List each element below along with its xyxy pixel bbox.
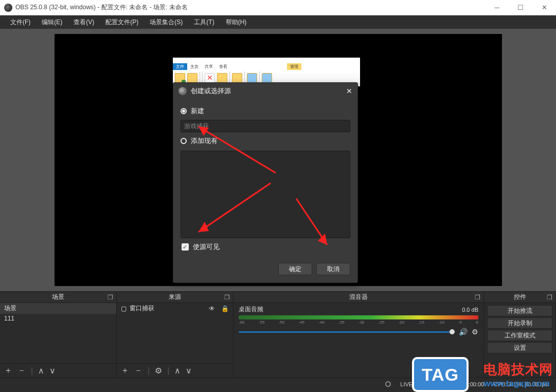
menu-view[interactable]: 查看(V) bbox=[68, 16, 99, 28]
ribbon-tab-file: 文件 bbox=[173, 63, 187, 70]
scenes-panel-title: 场景 bbox=[52, 293, 64, 301]
rename-icon bbox=[217, 73, 227, 83]
stream-status-icon bbox=[385, 381, 391, 387]
titlebar: OBS 25.0.8 (32-bit, windows) - 配置文件: 未命名… bbox=[0, 0, 556, 15]
cancel-button[interactable]: 取消 bbox=[316, 263, 350, 275]
lock-icon[interactable]: 🔒 bbox=[221, 305, 229, 312]
folder-icon bbox=[175, 73, 185, 83]
properties-icon bbox=[247, 73, 257, 83]
dialog-titlebar: 创建或选择源 ✕ bbox=[173, 83, 357, 99]
source-name-input[interactable] bbox=[181, 120, 350, 132]
menubar: 文件(F) 编辑(E) 查看(V) 配置文件(P) 场景集合(S) 工具(T) … bbox=[0, 15, 556, 29]
folder-icon bbox=[187, 73, 198, 83]
move-up-button[interactable]: ∧ bbox=[174, 366, 181, 376]
dialog-title-text: 创建或选择源 bbox=[191, 86, 231, 96]
bottom-panels: 场景 ❐ 场景 111 ＋ － | ∧ ∨ 来源 ❐ ▢ 窗口捕获 👁 🔒 bbox=[0, 291, 556, 378]
controls-panel-title: 控件 bbox=[514, 293, 526, 301]
scene-item[interactable]: 场景 bbox=[0, 303, 116, 314]
ribbon-tab-share: 共享 bbox=[202, 63, 216, 70]
obs-logo-icon bbox=[178, 87, 187, 95]
scenes-panel: 场景 ❐ 场景 111 ＋ － | ∧ ∨ bbox=[0, 292, 117, 378]
remove-scene-button[interactable]: － bbox=[17, 365, 26, 376]
gear-icon[interactable]: ⚙ bbox=[472, 328, 478, 336]
ribbon-tab-view: 查看 bbox=[216, 63, 230, 70]
dock-icon[interactable]: ❐ bbox=[224, 294, 230, 301]
statusbar: LIVE: 00:00:00 REC: 00:00:00 CPU: 3.1%, … bbox=[0, 378, 556, 390]
dock-icon[interactable]: ❐ bbox=[475, 294, 480, 301]
delete-icon bbox=[205, 73, 215, 83]
radio-existing-label: 添加现有 bbox=[191, 136, 218, 146]
existing-sources-list[interactable] bbox=[181, 151, 350, 238]
radio-existing[interactable] bbox=[181, 138, 187, 144]
new-folder-icon bbox=[232, 73, 242, 83]
ribbon-tab-home: 主页 bbox=[187, 63, 202, 70]
checkbox-visible[interactable]: ✓ bbox=[182, 243, 189, 251]
mixer-track-label: 桌面音频 bbox=[239, 305, 263, 314]
menu-edit[interactable]: 编辑(E) bbox=[37, 16, 67, 28]
window-capture-icon: ▢ bbox=[121, 305, 127, 312]
watermark-tag: TAG bbox=[412, 357, 469, 392]
dock-icon[interactable]: ❐ bbox=[107, 294, 113, 301]
source-item[interactable]: ▢ 窗口捕获 👁 🔒 bbox=[117, 303, 233, 314]
radio-new[interactable] bbox=[181, 108, 187, 114]
move-up-button[interactable]: ∧ bbox=[38, 366, 44, 376]
watermark-text: 电脑技术网 www.tagxp.com bbox=[483, 361, 553, 389]
start-record-button[interactable]: 开始录制 bbox=[487, 317, 552, 329]
ok-button[interactable]: 确定 bbox=[278, 263, 312, 275]
add-source-button[interactable]: ＋ bbox=[121, 365, 129, 376]
start-stream-button[interactable]: 开始推流 bbox=[487, 305, 552, 316]
maximize-button[interactable]: ☐ bbox=[509, 0, 532, 15]
visibility-icon[interactable]: 👁 bbox=[209, 305, 215, 312]
close-button[interactable]: ✕ bbox=[532, 0, 556, 15]
scene-item[interactable]: 111 bbox=[0, 314, 116, 323]
minimize-button[interactable]: ─ bbox=[485, 0, 509, 15]
settings-button[interactable]: 设置 bbox=[487, 342, 552, 353]
vu-ticks: -60-55-50-45-40-35-30-25-20-15-10-50 bbox=[239, 320, 478, 325]
speaker-icon[interactable]: 🔊 bbox=[459, 328, 468, 336]
vu-meter bbox=[239, 315, 478, 319]
create-source-dialog: 创建或选择源 ✕ 新建 添加现有 ✓ 使源可见 bbox=[173, 82, 358, 283]
menu-profile[interactable]: 配置文件(P) bbox=[100, 16, 144, 28]
ribbon-tab-manage: 管理 bbox=[287, 63, 301, 70]
radio-new-label: 新建 bbox=[191, 106, 204, 116]
dialog-close-button[interactable]: ✕ bbox=[346, 87, 352, 95]
source-item-label: 窗口捕获 bbox=[130, 304, 154, 313]
obs-logo-icon bbox=[4, 4, 12, 12]
menu-scene-collection[interactable]: 场景集合(S) bbox=[145, 16, 188, 28]
mixer-track: 桌面音频 0.0 dB -60-55-50-45-40-35-30-25-20-… bbox=[234, 303, 483, 338]
preview-area: 文件 主页 共享 查看 管理 bbox=[0, 29, 556, 291]
menu-file[interactable]: 文件(F) bbox=[5, 16, 35, 28]
menu-tools[interactable]: 工具(T) bbox=[189, 16, 219, 28]
sources-panel-title: 来源 bbox=[169, 293, 181, 301]
remove-source-button[interactable]: － bbox=[134, 365, 142, 376]
checkbox-visible-label: 使源可见 bbox=[193, 242, 220, 252]
select-icon bbox=[262, 73, 272, 83]
studio-mode-button[interactable]: 工作室模式 bbox=[487, 330, 552, 341]
mixer-track-db: 0.0 dB bbox=[462, 307, 478, 313]
dock-icon[interactable]: ❐ bbox=[547, 294, 552, 301]
window-title: OBS 25.0.8 (32-bit, windows) - 配置文件: 未命名… bbox=[15, 3, 188, 12]
preview-canvas[interactable]: 文件 主页 共享 查看 管理 bbox=[55, 34, 502, 286]
menu-help[interactable]: 帮助(H) bbox=[221, 16, 252, 28]
sources-panel: 来源 ❐ ▢ 窗口捕获 👁 🔒 ＋ － | ⚙ | ∧ ∨ bbox=[117, 292, 234, 378]
mixer-panel-title: 混音器 bbox=[349, 293, 368, 301]
volume-slider[interactable] bbox=[239, 331, 455, 333]
move-down-button[interactable]: ∨ bbox=[186, 366, 192, 376]
add-scene-button[interactable]: ＋ bbox=[4, 365, 12, 376]
source-settings-button[interactable]: ⚙ bbox=[155, 366, 162, 376]
move-down-button[interactable]: ∨ bbox=[49, 366, 56, 376]
